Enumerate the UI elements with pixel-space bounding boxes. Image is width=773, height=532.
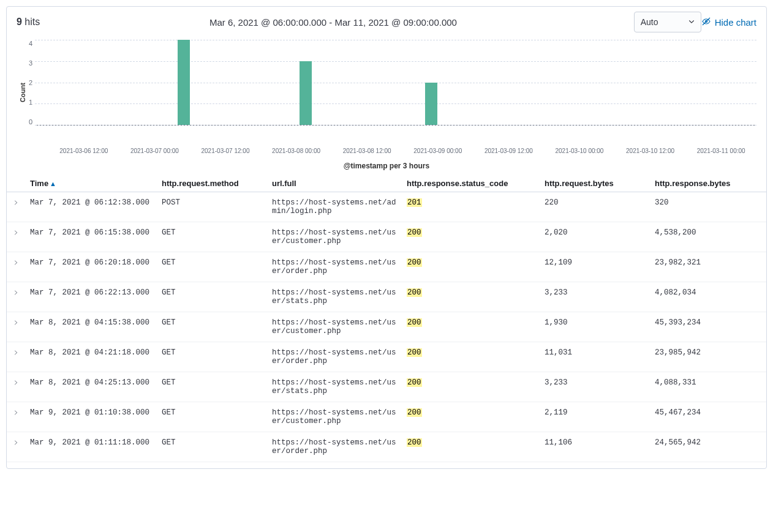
- cell-resp-bytes: 24,565,942: [650, 432, 766, 462]
- interval-select[interactable]: Auto: [634, 12, 701, 32]
- y-tick: 2: [29, 79, 32, 86]
- expand-row-button[interactable]: [13, 410, 19, 418]
- cell-status: 200: [402, 342, 540, 372]
- histogram-bar[interactable]: [425, 83, 437, 126]
- cell-method: GET: [157, 402, 267, 432]
- table-header-row: Time▲ http.request.method url.full http.…: [7, 175, 766, 192]
- cell-resp-bytes: 320: [650, 192, 766, 222]
- gridline: [35, 125, 756, 126]
- cell-method: GET: [157, 252, 267, 282]
- cell-url: https://host-systems.net/user/stats.php: [267, 372, 402, 402]
- cell-time: Mar 7, 2021 @ 06:12:38.000: [25, 192, 157, 222]
- cell-time: Mar 7, 2021 @ 06:15:38.000: [25, 222, 157, 252]
- x-tick: 2021-03-08 12:00: [331, 145, 402, 154]
- y-tick: 0: [29, 118, 32, 126]
- hide-chart-button[interactable]: Hide chart: [701, 17, 756, 28]
- hits-count: 9 hits: [17, 17, 40, 28]
- gridline: [35, 103, 756, 104]
- cell-url: https://host-systems.net/user/order.php: [267, 432, 402, 462]
- table-row: Mar 8, 2021 @ 04:15:38.000GEThttps://hos…: [7, 312, 766, 342]
- cell-status: 200: [402, 282, 540, 312]
- table-row: Mar 8, 2021 @ 04:21:18.000GEThttps://hos…: [7, 342, 766, 372]
- results-table: Time▲ http.request.method url.full http.…: [7, 175, 766, 462]
- cell-method: GET: [157, 342, 267, 372]
- x-tick: 2021-03-06 12:00: [48, 145, 119, 154]
- y-axis-label-wrap: Count: [17, 40, 29, 145]
- column-time[interactable]: Time▲: [25, 175, 157, 192]
- gridline: [35, 83, 756, 83]
- cell-req-bytes: 3,233: [540, 282, 650, 312]
- cell-method: GET: [157, 432, 267, 462]
- cell-url: https://host-systems.net/user/customer.p…: [267, 222, 402, 252]
- cell-resp-bytes: 4,538,200: [650, 222, 766, 252]
- expand-row-button[interactable]: [13, 380, 19, 388]
- column-expand: [7, 175, 25, 192]
- cell-time: Mar 9, 2021 @ 01:10:38.000: [25, 402, 157, 432]
- cell-url: https://host-systems.net/user/customer.p…: [267, 312, 402, 342]
- y-tick: 3: [29, 59, 32, 67]
- expand-row-button[interactable]: [13, 320, 19, 328]
- cell-resp-bytes: 23,985,942: [650, 342, 766, 372]
- table-row: Mar 8, 2021 @ 04:25:13.000GEThttps://hos…: [7, 372, 766, 402]
- x-tick: 2021-03-09 00:00: [402, 145, 473, 154]
- cell-time: Mar 8, 2021 @ 04:25:13.000: [25, 372, 157, 402]
- table-row: Mar 9, 2021 @ 01:10:38.000GEThttps://hos…: [7, 402, 766, 432]
- x-tick: 2021-03-10 12:00: [615, 145, 686, 154]
- x-tick: 2021-03-07 00:00: [119, 145, 190, 154]
- cell-req-bytes: 2,119: [540, 402, 650, 432]
- x-tick: 2021-03-11 00:00: [685, 145, 756, 154]
- sort-ascending-icon: ▲: [50, 180, 56, 187]
- cell-req-bytes: 3,233: [540, 372, 650, 402]
- x-axis-label: @timestamp per 3 hours: [7, 154, 766, 175]
- cell-method: POST: [157, 192, 267, 222]
- cell-url: https://host-systems.net/user/order.php: [267, 252, 402, 282]
- column-resp-bytes[interactable]: http.response.bytes: [650, 175, 766, 192]
- cell-status: 200: [402, 252, 540, 282]
- eye-closed-icon: [701, 17, 711, 28]
- cell-req-bytes: 12,109: [540, 252, 650, 282]
- cell-resp-bytes: 45,467,234: [650, 402, 766, 432]
- x-tick: 2021-03-09 12:00: [473, 145, 545, 154]
- cell-status: 200: [402, 222, 540, 252]
- panel-header: 9 hits Mar 6, 2021 @ 06:00:00.000 - Mar …: [7, 12, 766, 35]
- histogram-bar[interactable]: [300, 61, 312, 125]
- y-axis-ticks: 43210: [29, 40, 35, 126]
- x-tick: 2021-03-07 12:00: [190, 145, 261, 154]
- column-req-bytes[interactable]: http.request.bytes: [540, 175, 650, 192]
- cell-url: https://host-systems.net/user/stats.php: [267, 282, 402, 312]
- cell-req-bytes: 11,031: [540, 342, 650, 372]
- histogram-bar[interactable]: [178, 40, 190, 125]
- y-tick: 4: [29, 40, 32, 47]
- cell-time: Mar 8, 2021 @ 04:15:38.000: [25, 312, 157, 342]
- cell-status: 200: [402, 372, 540, 402]
- column-url[interactable]: url.full: [267, 175, 402, 192]
- expand-row-button[interactable]: [13, 230, 19, 238]
- cell-method: GET: [157, 312, 267, 342]
- cell-time: Mar 8, 2021 @ 04:21:18.000: [25, 342, 157, 372]
- plot-area[interactable]: [35, 40, 756, 126]
- column-method[interactable]: http.request.method: [157, 175, 267, 192]
- table-row: Mar 9, 2021 @ 01:11:18.000GEThttps://hos…: [7, 432, 766, 462]
- cell-resp-bytes: 4,088,331: [650, 372, 766, 402]
- expand-row-button[interactable]: [13, 200, 19, 208]
- cell-method: GET: [157, 222, 267, 252]
- x-tick: 2021-03-10 00:00: [544, 145, 615, 154]
- expand-row-button[interactable]: [13, 290, 19, 298]
- expand-row-button[interactable]: [13, 260, 19, 268]
- cell-req-bytes: 220: [540, 192, 650, 222]
- cell-req-bytes: 11,106: [540, 432, 650, 462]
- cell-status: 200: [402, 312, 540, 342]
- cell-status: 200: [402, 432, 540, 462]
- cell-req-bytes: 1,930: [540, 312, 650, 342]
- table-row: Mar 7, 2021 @ 06:12:38.000POSThttps://ho…: [7, 192, 766, 222]
- table-row: Mar 7, 2021 @ 06:20:18.000GEThttps://hos…: [7, 252, 766, 282]
- expand-row-button[interactable]: [13, 350, 19, 358]
- expand-row-button[interactable]: [13, 440, 19, 448]
- cell-resp-bytes: 4,082,034: [650, 282, 766, 312]
- table-body: Mar 7, 2021 @ 06:12:38.000POSThttps://ho…: [7, 192, 766, 462]
- column-status[interactable]: http.response.status_code: [402, 175, 540, 192]
- gridline: [35, 61, 756, 62]
- histogram-chart[interactable]: Count 43210: [7, 35, 766, 145]
- cell-method: GET: [157, 282, 267, 312]
- table-row: Mar 7, 2021 @ 06:22:13.000GEThttps://hos…: [7, 282, 766, 312]
